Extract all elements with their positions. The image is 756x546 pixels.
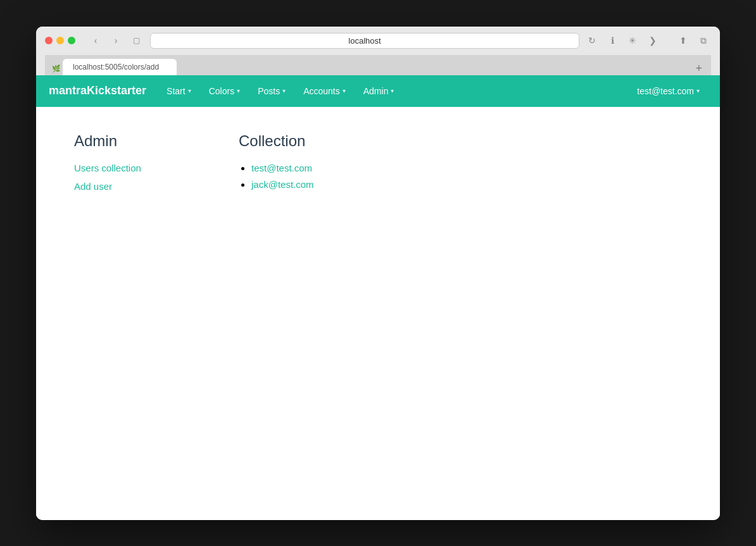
new-tab-add-button[interactable]: + (693, 62, 705, 75)
maximize-button[interactable] (68, 37, 75, 44)
sidebar: Admin Users collection Add user (74, 132, 201, 495)
nav-colors-label: Colors (209, 86, 234, 96)
browser-titlebar: ‹ › ▢ localhost ↻ ℹ ✳ ❯ ⬆ ⧉ 🌿 (36, 27, 720, 75)
nav-item-accounts[interactable]: Accounts ▾ (296, 82, 353, 100)
nav-item-start[interactable]: Start ▾ (159, 82, 199, 100)
nav-accounts-caret: ▾ (343, 87, 346, 94)
collection-item-0[interactable]: test@test.com (251, 163, 312, 173)
share-button[interactable]: ⬆ (676, 33, 691, 48)
split-view-button[interactable]: ▢ (127, 34, 145, 47)
nav-start-caret: ▾ (188, 87, 191, 94)
app-navbar: mantraKickstarter Start ▾ Colors ▾ Posts… (36, 75, 720, 107)
new-tab-button[interactable]: ⧉ (696, 33, 711, 48)
minimize-button[interactable] (56, 37, 64, 44)
nav-accounts-label: Accounts (303, 86, 340, 96)
browser-controls: ‹ › ▢ localhost ↻ ℹ ✳ ❯ ⬆ ⧉ (45, 33, 711, 55)
nav-posts-caret: ▾ (282, 87, 286, 94)
info-button[interactable]: ℹ (605, 33, 620, 48)
collection-list: test@test.com jack@test.com (239, 163, 682, 190)
nav-user-caret: ▾ (696, 87, 700, 94)
nav-item-posts[interactable]: Posts ▾ (250, 82, 293, 100)
collection-title: Collection (239, 132, 682, 150)
list-item: test@test.com (251, 163, 682, 174)
nav-menu: Start ▾ Colors ▾ Posts ▾ Accounts ▾ Admi… (159, 82, 629, 100)
brand-prefix: mantra (49, 84, 87, 97)
browser-icons: ↻ ℹ ✳ ❯ ⬆ ⧉ (584, 33, 711, 48)
nav-colors-caret: ▾ (237, 87, 240, 94)
browser-window: ‹ › ▢ localhost ↻ ℹ ✳ ❯ ⬆ ⧉ 🌿 (36, 27, 720, 520)
brand-suffix: Kickstarter (87, 84, 146, 97)
reload-button[interactable]: ↻ (584, 33, 600, 48)
close-button[interactable] (45, 37, 53, 44)
nav-user-label: test@test.com (637, 86, 694, 96)
nav-admin-label: Admin (363, 86, 389, 96)
nav-user-area: test@test.com ▾ (629, 82, 707, 100)
list-item: jack@test.com (251, 179, 682, 190)
tab-url: localhost:5005/colors/add (73, 63, 167, 71)
sidebar-link-add-user[interactable]: Add user (74, 181, 201, 192)
pocket-button[interactable]: ❯ (645, 33, 660, 48)
collection-item-1[interactable]: jack@test.com (251, 179, 314, 190)
nav-item-colors[interactable]: Colors ▾ (201, 82, 248, 100)
main-area: Collection test@test.com jack@test.com (239, 132, 682, 495)
traffic-lights (45, 37, 75, 44)
tab-bar: 🌿 localhost:5005/colors/add + (45, 55, 711, 75)
address-bar[interactable]: localhost (150, 33, 579, 49)
brand: mantraKickstarter (49, 84, 146, 97)
page-content: Admin Users collection Add user Collecti… (36, 107, 720, 520)
address-text: localhost (348, 36, 381, 46)
sidebar-title: Admin (74, 132, 201, 150)
nav-user-menu[interactable]: test@test.com ▾ (629, 82, 707, 100)
back-button[interactable]: ‹ (87, 34, 104, 47)
nav-admin-caret: ▾ (391, 87, 394, 94)
sidebar-link-users-collection[interactable]: Users collection (74, 163, 201, 173)
tab-item[interactable]: localhost:5005/colors/add (63, 59, 177, 75)
nav-posts-label: Posts (258, 86, 280, 96)
forward-button[interactable]: › (107, 34, 125, 47)
nav-start-label: Start (167, 86, 186, 96)
tab-leaf-icon: 🌿 (51, 63, 61, 75)
address-bar-row: localhost ↻ ℹ ✳ ❯ ⬆ ⧉ (150, 33, 711, 49)
extensions-button[interactable]: ✳ (625, 33, 640, 48)
nav-item-admin[interactable]: Admin ▾ (356, 82, 402, 100)
nav-buttons: ‹ › ▢ (87, 34, 145, 47)
